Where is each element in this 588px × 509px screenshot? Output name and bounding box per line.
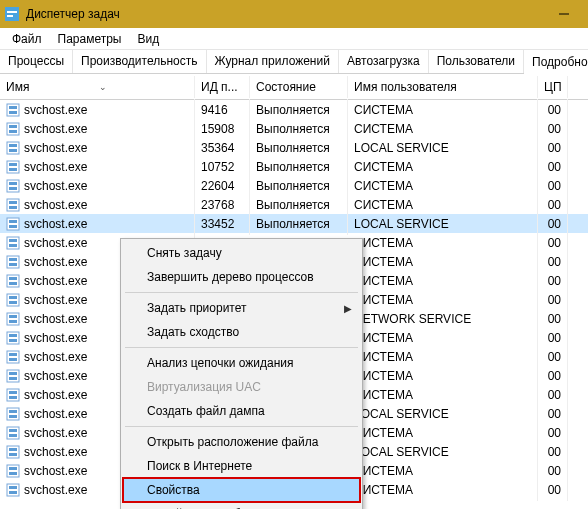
process-name: svchost.exe [24, 141, 87, 155]
col-user[interactable]: Имя пользователя [348, 76, 538, 98]
process-name: svchost.exe [24, 236, 87, 250]
svg-rect-54 [9, 415, 17, 418]
menu-options[interactable]: Параметры [50, 30, 130, 48]
tab-apphistory[interactable]: Журнал приложений [207, 50, 339, 73]
process-icon [6, 122, 20, 136]
minimize-button[interactable] [544, 0, 584, 28]
svg-rect-6 [9, 111, 17, 114]
svg-rect-37 [7, 313, 19, 325]
process-icon [6, 103, 20, 117]
process-icon [6, 483, 20, 497]
process-icon [6, 312, 20, 326]
taskmgr-icon [4, 6, 20, 22]
svg-rect-45 [9, 358, 17, 361]
table-row[interactable]: svchost.exe23768ВыполняетсяСИСТЕМА00 [0, 195, 588, 214]
svg-rect-40 [7, 332, 19, 344]
process-icon [6, 445, 20, 459]
svg-rect-24 [9, 225, 17, 228]
tab-users[interactable]: Пользователи [429, 50, 524, 73]
cm-properties[interactable]: Свойства [123, 478, 360, 502]
svg-rect-9 [9, 130, 17, 133]
svg-rect-13 [7, 161, 19, 173]
cell-cpu: 00 [538, 479, 568, 501]
svg-rect-50 [9, 391, 17, 394]
process-name: svchost.exe [24, 445, 87, 459]
svg-rect-25 [7, 237, 19, 249]
cm-analyze-wait[interactable]: Анализ цепочки ожидания [123, 351, 360, 375]
svg-rect-59 [9, 448, 17, 451]
svg-rect-15 [9, 168, 17, 171]
table-row[interactable]: svchost.exe9416ВыполняетсяСИСТЕМА00 [0, 100, 588, 119]
process-icon [6, 179, 20, 193]
process-icon [6, 331, 20, 345]
svg-rect-36 [9, 301, 17, 304]
svg-rect-47 [9, 372, 17, 375]
cm-goto-services[interactable]: Перейти к службам [123, 502, 360, 509]
cm-separator [125, 292, 358, 293]
table-row[interactable]: svchost.exe35364ВыполняетсяLOCAL SERVICE… [0, 138, 588, 157]
cell-pid: 33452 [195, 213, 250, 235]
svg-rect-10 [7, 142, 19, 154]
menubar: Файл Параметры Вид [0, 28, 588, 50]
process-name: svchost.exe [24, 179, 87, 193]
table-row[interactable]: svchost.exe10752ВыполняетсяСИСТЕМА00 [0, 157, 588, 176]
process-name: svchost.exe [24, 312, 87, 326]
svg-rect-38 [9, 315, 17, 318]
cm-affinity[interactable]: Задать сходство [123, 320, 360, 344]
cm-end-task[interactable]: Снять задачу [123, 241, 360, 265]
svg-rect-65 [9, 486, 17, 489]
tab-startup[interactable]: Автозагрузка [339, 50, 429, 73]
col-cpu[interactable]: ЦП [538, 76, 568, 98]
col-name-label: Имя [6, 80, 29, 94]
svg-rect-34 [7, 294, 19, 306]
svg-rect-57 [9, 434, 17, 437]
cm-priority-label: Задать приоритет [147, 301, 246, 315]
process-name: svchost.exe [24, 388, 87, 402]
menu-file[interactable]: Файл [4, 30, 50, 48]
table-row[interactable]: svchost.exe22604ВыполняетсяСИСТЕМА00 [0, 176, 588, 195]
svg-rect-26 [9, 239, 17, 242]
process-name: svchost.exe [24, 464, 87, 478]
process-icon [6, 160, 20, 174]
process-name: svchost.exe [24, 483, 87, 497]
svg-rect-27 [9, 244, 17, 247]
process-name: svchost.exe [24, 160, 87, 174]
col-name[interactable]: Имя⌄ [0, 76, 195, 98]
cm-priority[interactable]: Задать приоритет▶ [123, 296, 360, 320]
svg-rect-28 [7, 256, 19, 268]
cm-open-file-location[interactable]: Открыть расположение файла [123, 430, 360, 454]
cm-end-tree[interactable]: Завершить дерево процессов [123, 265, 360, 289]
process-icon [6, 236, 20, 250]
cm-create-dump[interactable]: Создать файл дампа [123, 399, 360, 423]
svg-rect-31 [7, 275, 19, 287]
svg-rect-46 [7, 370, 19, 382]
table-row[interactable]: svchost.exe33452ВыполняетсяLOCAL SERVICE… [0, 214, 588, 233]
cell-user: СИСТЕМА [348, 479, 538, 501]
tab-details[interactable]: Подробности [524, 51, 588, 74]
context-menu: Снять задачу Завершить дерево процессов … [120, 238, 363, 509]
table-row[interactable]: svchost.exe15908ВыполняетсяСИСТЕМА00 [0, 119, 588, 138]
chevron-right-icon: ▶ [344, 303, 352, 314]
svg-rect-29 [9, 258, 17, 261]
process-name: svchost.exe [24, 217, 87, 231]
svg-rect-0 [5, 7, 19, 21]
svg-rect-11 [9, 144, 17, 147]
svg-rect-51 [9, 396, 17, 399]
svg-rect-18 [9, 187, 17, 190]
svg-rect-22 [7, 218, 19, 230]
process-icon [6, 217, 20, 231]
sort-indicator-icon: ⌄ [99, 82, 107, 92]
cm-search-online[interactable]: Поиск в Интернете [123, 454, 360, 478]
tab-processes[interactable]: Процессы [0, 50, 73, 73]
col-state[interactable]: Состояние [250, 76, 348, 98]
process-name: svchost.exe [24, 331, 87, 345]
process-name: svchost.exe [24, 198, 87, 212]
col-pid[interactable]: ИД п... [195, 76, 250, 98]
tab-performance[interactable]: Производительность [73, 50, 206, 73]
svg-rect-5 [9, 106, 17, 109]
menu-view[interactable]: Вид [129, 30, 167, 48]
svg-rect-19 [7, 199, 19, 211]
process-name: svchost.exe [24, 122, 87, 136]
svg-rect-53 [9, 410, 17, 413]
svg-rect-63 [9, 472, 17, 475]
